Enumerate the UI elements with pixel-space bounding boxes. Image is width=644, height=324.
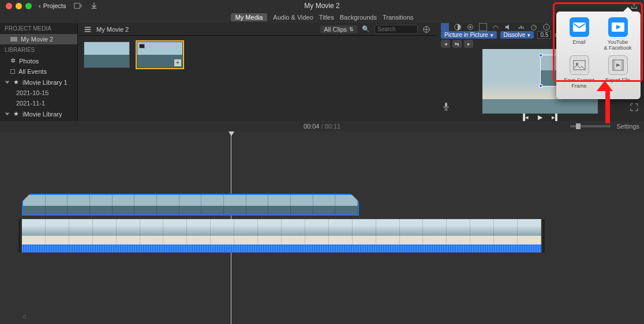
sidebar-item-all-events[interactable]: All Events bbox=[0, 66, 77, 77]
import-icon bbox=[74, 2, 82, 10]
browser-title: My Movie 2 bbox=[96, 26, 129, 33]
transport-controls: ▐◂ ▶ ▸▌ bbox=[436, 114, 644, 121]
sidebar-item-library-2[interactable]: ★ iMovie Library bbox=[0, 108, 77, 119]
pip-left-button[interactable]: ◂ bbox=[441, 40, 450, 48]
clip-filter-dropdown[interactable]: All Clips ⇅ bbox=[320, 25, 357, 33]
add-to-timeline-button[interactable]: + bbox=[174, 59, 181, 66]
chevron-down-icon: ▾ bbox=[491, 32, 493, 38]
minimize-window-button[interactable] bbox=[16, 3, 22, 9]
svg-rect-1 bbox=[85, 27, 91, 28]
window-controls bbox=[6, 3, 32, 9]
svg-rect-2 bbox=[85, 29, 91, 30]
next-button[interactable]: ▸▌ bbox=[552, 114, 560, 121]
svg-text:i: i bbox=[546, 25, 547, 29]
svg-rect-18 bbox=[621, 60, 623, 70]
stabilize-button[interactable] bbox=[492, 23, 500, 31]
duration-field[interactable]: 0.5 bbox=[537, 31, 551, 39]
share-item-label: Save Current Frame bbox=[561, 77, 597, 89]
noise-reduce-button[interactable] bbox=[517, 23, 525, 31]
media-clip-thumbnail[interactable]: + bbox=[137, 42, 183, 68]
download-icon bbox=[90, 2, 98, 10]
clip-trim-handle[interactable] bbox=[542, 219, 545, 253]
share-email-button[interactable]: Email bbox=[561, 17, 597, 51]
disclosure-triangle-icon[interactable] bbox=[5, 81, 10, 84]
zoom-slider[interactable] bbox=[570, 125, 611, 127]
crop-button[interactable] bbox=[479, 23, 487, 31]
sidebar-item-label: All Events bbox=[18, 68, 47, 75]
overlay-tool-button[interactable] bbox=[441, 23, 449, 31]
svg-rect-17 bbox=[613, 60, 615, 70]
close-window-button[interactable] bbox=[6, 3, 12, 9]
pip-swap-button[interactable]: ⇆ bbox=[452, 40, 462, 48]
search-input[interactable] bbox=[375, 25, 418, 34]
sidebar-event-item[interactable]: 2021-11-1 bbox=[0, 98, 77, 108]
share-item-sublabel: & Facebook bbox=[600, 45, 636, 51]
main-clip[interactable] bbox=[22, 219, 541, 253]
speed-button[interactable] bbox=[530, 23, 538, 31]
chevron-left-icon: ‹ bbox=[39, 2, 41, 9]
disclosure-triangle-icon[interactable] bbox=[5, 112, 10, 115]
transition-dropdown[interactable]: Dissolve▾ bbox=[500, 31, 534, 39]
window-title: My Movie 2 bbox=[304, 2, 339, 10]
resize-handle[interactable] bbox=[539, 54, 542, 57]
pip-right-button[interactable]: ▸ bbox=[464, 40, 473, 48]
star-icon: ★ bbox=[13, 78, 19, 86]
export-file-icon bbox=[608, 55, 628, 75]
settings-button[interactable]: Settings bbox=[616, 123, 639, 130]
tab-my-media[interactable]: My Media bbox=[231, 13, 268, 21]
download-button[interactable] bbox=[90, 2, 98, 10]
email-icon bbox=[570, 17, 589, 37]
maximize-window-button[interactable] bbox=[25, 3, 32, 9]
audio-waveform[interactable] bbox=[22, 244, 541, 253]
sidebar-item-project[interactable]: My Movie 2 bbox=[0, 34, 77, 44]
sidebar: PROJECT MEDIA My Movie 2 LIBRARIES ✲ Pho… bbox=[0, 23, 78, 121]
tab-titles[interactable]: Titles bbox=[319, 14, 334, 21]
clip-appearance-button[interactable] bbox=[422, 25, 430, 33]
search-icon: 🔍 bbox=[362, 25, 370, 33]
share-save-frame-button[interactable]: Save Current Frame bbox=[561, 55, 597, 89]
sidebar-item-photos[interactable]: ✲ Photos bbox=[0, 55, 77, 66]
media-browser: My Movie 2 All Clips ⇅ 🔍 + bbox=[78, 23, 436, 121]
tab-audio-video[interactable]: Audio & Video bbox=[273, 14, 313, 21]
timeline-header: 00:04 / 00:11 Settings bbox=[0, 121, 644, 131]
timecode-display: 00:04 / 00:11 bbox=[304, 123, 340, 130]
timeline[interactable]: ♫ bbox=[0, 131, 644, 324]
media-tabs: My Media Audio & Video Titles Background… bbox=[0, 12, 644, 23]
play-button[interactable]: ▶ bbox=[538, 114, 542, 121]
sidebar-item-label: 2021-10-15 bbox=[16, 89, 48, 96]
title-bar: ‹ Projects My Movie 2 bbox=[0, 0, 644, 12]
svg-rect-3 bbox=[85, 31, 91, 32]
prev-button[interactable]: ▐◂ bbox=[521, 114, 529, 121]
share-export-file-button[interactable]: Export File bbox=[600, 55, 636, 89]
projects-back-button[interactable]: ‹ Projects bbox=[39, 2, 66, 9]
browser-toolbar: My Movie 2 All Clips ⇅ 🔍 bbox=[78, 23, 436, 36]
zoom-handle[interactable] bbox=[576, 123, 581, 129]
svg-rect-11 bbox=[445, 103, 447, 107]
sidebar-item-label: 2021-11-1 bbox=[16, 100, 45, 107]
share-item-label: YouTube bbox=[600, 39, 636, 45]
clip-trim-handle[interactable] bbox=[18, 219, 21, 253]
svg-rect-0 bbox=[74, 3, 80, 9]
info-button[interactable]: i bbox=[542, 23, 551, 31]
sidebar-item-library-1[interactable]: ★ iMovie Library 1 bbox=[0, 77, 77, 88]
overlay-mode-dropdown[interactable]: Picture in Picture▾ bbox=[441, 31, 497, 39]
music-track-icon: ♫ bbox=[22, 312, 27, 319]
sidebar-event-item[interactable]: 2021-10-15 bbox=[0, 88, 77, 98]
color-correct-button[interactable] bbox=[466, 23, 474, 31]
tab-backgrounds[interactable]: Backgrounds bbox=[340, 14, 377, 21]
voiceover-button[interactable] bbox=[442, 102, 450, 111]
color-balance-button[interactable] bbox=[454, 23, 462, 31]
pip-clip[interactable] bbox=[22, 194, 359, 216]
share-youtube-facebook-button[interactable]: YouTube & Facebook bbox=[600, 17, 636, 51]
import-media-button[interactable] bbox=[74, 2, 82, 10]
media-clip-thumbnail[interactable] bbox=[84, 42, 130, 68]
resize-handle[interactable] bbox=[539, 84, 542, 88]
clapper-icon bbox=[10, 37, 17, 42]
volume-button[interactable] bbox=[504, 23, 512, 31]
list-view-icon[interactable] bbox=[84, 25, 92, 33]
mic-icon bbox=[442, 102, 450, 111]
fullscreen-button[interactable] bbox=[630, 103, 638, 111]
expand-icon bbox=[630, 103, 638, 111]
tab-transitions[interactable]: Transitions bbox=[383, 14, 413, 21]
updown-icon: ⇅ bbox=[349, 27, 354, 32]
